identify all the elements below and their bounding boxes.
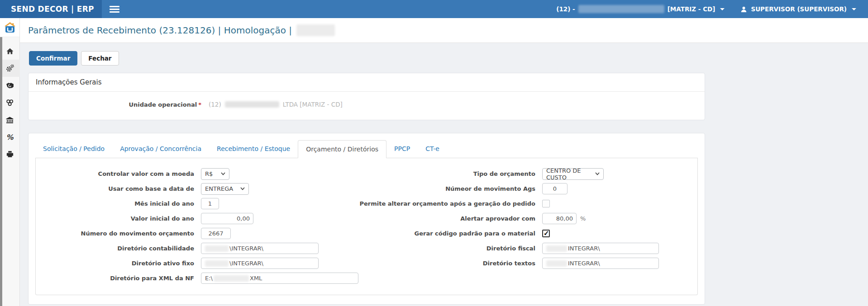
company-branch: [MATRIZ - CD] xyxy=(668,5,715,13)
tab-content-orcamento-diretorios: Controlar valor com a moeda R$ Usar como xyxy=(35,158,698,295)
left-sidebar: % xyxy=(0,18,20,306)
gears-icon xyxy=(5,64,14,73)
bank-icon xyxy=(5,116,14,124)
user-icon xyxy=(740,5,748,13)
user-menu[interactable]: SUPERVISOR (SUPERVISOR) xyxy=(740,5,856,13)
sidebar-scrollbar[interactable] xyxy=(0,37,2,306)
home-sofa-logo-icon xyxy=(4,22,16,33)
path-redacted xyxy=(546,245,567,252)
initial-month-label: Mês inicial do ano xyxy=(36,200,194,207)
page-title: Parâmetros de Recebimento (23.128126) | … xyxy=(28,24,335,36)
initial-value-input[interactable] xyxy=(201,213,253,224)
accounting-directory-label: Diretório contabilidade xyxy=(36,245,194,252)
alert-approver-input[interactable] xyxy=(542,213,577,224)
sidebar-item-finance[interactable] xyxy=(0,94,20,111)
nf-xml-directory-label: Diretório para XML da NF xyxy=(36,275,194,282)
path-redacted xyxy=(205,260,229,267)
general-info-panel: Informações Gerais Unidade operacional* … xyxy=(28,73,705,120)
fiscal-directory-label: Diretório fiscal xyxy=(358,245,535,252)
accounting-directory-input[interactable]: \INTEGRAR\ xyxy=(201,243,319,254)
menu-toggle-button[interactable] xyxy=(102,0,127,18)
allow-budget-change-checkbox[interactable] xyxy=(542,200,550,207)
operational-unit-redacted xyxy=(225,101,279,108)
budget-type-select[interactable]: CENTRO DE CUSTO xyxy=(542,168,604,180)
percent-suffix: % xyxy=(580,215,586,222)
base-date-label: Usar como base a data de xyxy=(36,185,194,192)
generate-default-code-checkbox[interactable] xyxy=(542,230,550,237)
tab-aprovacao-concorrencia[interactable]: Aprovação / Concorrência xyxy=(112,140,209,158)
tab-cte[interactable]: CT-e xyxy=(418,140,447,158)
page-title-bar: Parâmetros de Recebimento (23.128126) | … xyxy=(20,18,868,43)
texts-directory-label: Diretório textos xyxy=(358,260,535,267)
fiscal-directory-input[interactable]: INTEGRAR\ xyxy=(542,243,659,254)
title-redacted-segment xyxy=(296,24,335,36)
chevron-down-icon xyxy=(720,8,725,10)
printer-icon xyxy=(6,150,14,158)
sidebar-item-bank[interactable] xyxy=(0,111,20,128)
chevron-down-icon xyxy=(852,8,856,10)
operational-unit-label: Unidade operacional* xyxy=(36,101,201,108)
confirm-button[interactable]: Confirmar xyxy=(29,51,77,66)
nf-xml-directory-input[interactable]: E:\ XML xyxy=(201,273,358,284)
handshake-icon xyxy=(5,81,14,90)
chevron-down-icon xyxy=(221,172,225,175)
budget-type-label: Tipo de orçamento xyxy=(358,170,535,177)
path-redacted xyxy=(205,245,229,252)
currency-label: Controlar valor com a moeda xyxy=(36,170,194,177)
general-info-header: Informações Gerais xyxy=(29,73,705,92)
initial-month-input[interactable] xyxy=(201,198,219,209)
chevron-down-icon xyxy=(240,187,245,190)
operational-unit-value: (12) LTDA [MATRIZ - CD] xyxy=(209,101,343,108)
path-redacted xyxy=(214,275,249,282)
chevron-down-icon xyxy=(595,172,600,175)
budget-movement-number-label: Número do movimento orçamento xyxy=(36,230,194,237)
close-button[interactable]: Fechar xyxy=(81,51,119,66)
initial-value-label: Valor inicial do ano xyxy=(36,215,194,222)
ags-movement-number-input[interactable] xyxy=(542,183,568,194)
company-name-redacted xyxy=(578,5,664,13)
home-icon xyxy=(6,47,14,55)
tab-ppcp[interactable]: PPCP xyxy=(386,140,418,158)
ags-movement-number-label: Númeor de movimento Ags xyxy=(358,185,535,192)
parameters-tabs-panel: Solicitação / Pedido Aprovação / Concorr… xyxy=(28,133,705,305)
tab-orcamento-diretorios[interactable]: Orçamento / Diretórios xyxy=(298,140,386,158)
base-date-select[interactable]: ENTREGA xyxy=(201,183,249,195)
tab-recebimento-estoque[interactable]: Recebimento / Estoque xyxy=(209,140,298,158)
generate-default-code-label: Gerar código padrão para o material xyxy=(358,230,535,237)
sidebar-item-negotiations[interactable] xyxy=(0,77,20,94)
sidebar-item-home[interactable] xyxy=(0,42,20,60)
sidebar-item-print[interactable] xyxy=(0,146,20,163)
fixed-asset-directory-label: Diretório ativo fixo xyxy=(36,260,194,267)
top-navbar: SEND DECOR | ERP (12) - [MATRIZ - CD] SU… xyxy=(0,0,868,18)
company-selector[interactable]: (12) - [MATRIZ - CD] xyxy=(556,5,725,13)
app-brand: SEND DECOR | ERP xyxy=(0,0,102,18)
currency-select[interactable]: R$ xyxy=(201,168,229,180)
company-code: (12) - xyxy=(556,5,575,13)
tab-bar: Solicitação / Pedido Aprovação / Concorr… xyxy=(35,140,698,158)
sidebar-item-taxes[interactable]: % xyxy=(0,128,20,146)
tab-solicitacao-pedido[interactable]: Solicitação / Pedido xyxy=(35,140,112,158)
fixed-asset-directory-input[interactable]: \INTEGRAR\ xyxy=(201,258,319,269)
texts-directory-input[interactable]: INTEGRAR\ xyxy=(542,258,659,269)
percent-icon: % xyxy=(6,133,13,141)
alert-approver-label: Alertar aprovador com xyxy=(358,215,535,222)
budget-movement-number-input[interactable] xyxy=(201,228,231,239)
coins-icon xyxy=(5,99,14,107)
required-asterisk: * xyxy=(198,101,201,108)
allow-budget-change-label: Permite alterar orçamento após a geração… xyxy=(358,200,535,207)
user-name: SUPERVISOR (SUPERVISOR) xyxy=(751,5,847,13)
path-redacted xyxy=(546,260,567,267)
sidebar-item-settings[interactable] xyxy=(0,60,20,77)
app-logo[interactable] xyxy=(0,18,19,37)
